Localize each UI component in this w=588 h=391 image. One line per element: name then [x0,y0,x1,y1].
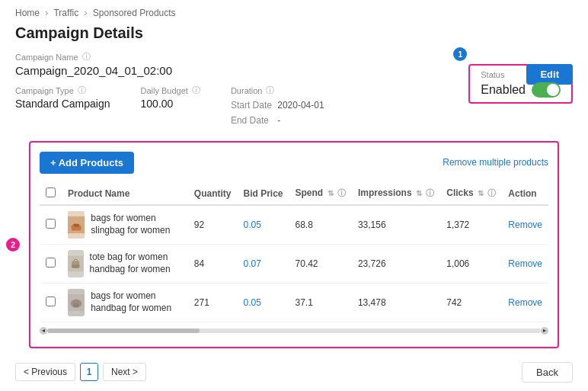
clicks-sort-icon[interactable]: ⇅ [478,189,484,197]
svg-rect-7 [73,303,78,306]
product-spend-2: 70.42 [289,244,352,283]
scroll-right-arrow[interactable]: ▸ [541,327,548,335]
remove-product-3[interactable]: Remove [508,297,542,308]
previous-button[interactable]: < Previous [15,363,75,381]
clicks-info-icon[interactable]: ⓘ [487,188,496,197]
product-spend-3: 37.1 [289,283,352,322]
current-page[interactable]: 1 [80,363,98,381]
status-value: Enabled [481,83,526,97]
spend-info-icon[interactable]: ⓘ [337,188,346,197]
daily-budget-info-icon[interactable]: ⓘ [192,85,200,96]
duration-dates: Start Date 2020-04-01 End Date - [231,98,324,129]
impressions-info-icon[interactable]: ⓘ [426,188,434,197]
col-header-product-name: Product Name [62,183,188,205]
row-checkbox-3[interactable] [46,296,56,306]
product-cell-3: bags for women handbag for women [68,289,182,316]
col-header-quantity: Quantity [188,183,238,205]
table-row: tote bag for women handbag for women 84 … [40,244,548,283]
duration-info-icon[interactable]: ⓘ [266,85,274,96]
product-name-3: bags for women handbag for women [91,290,182,314]
campaign-name-value: Campaign_2020_04_01_02:00 [15,64,324,77]
table-row: bags for women slingbag for women 92 0.0… [40,205,548,245]
product-name-1: bags for women slingbag for women [91,213,182,236]
product-name-2: tote bag for women handbag for women [90,252,182,275]
breadcrumb-home[interactable]: Home [15,8,40,18]
col-header-clicks: Clicks ⇅ ⓘ [440,183,502,205]
product-bid-1[interactable]: 0.05 [243,220,260,230]
product-quantity-2: 84 [188,244,238,283]
products-header: + Add Products Remove multiple products [40,152,548,174]
remove-product-2[interactable]: Remove [508,258,542,269]
product-quantity-3: 271 [188,283,238,322]
badge-2: 2 [6,238,20,252]
row-checkbox-2[interactable] [46,258,56,268]
col-header-action: Action [502,183,548,205]
edit-button[interactable]: Edit [526,64,573,85]
select-all-checkbox[interactable] [46,187,56,197]
remove-product-1[interactable]: Remove [508,220,542,230]
spend-sort-icon[interactable]: ⇅ [328,189,334,197]
product-impressions-2: 23,726 [352,244,440,283]
status-toggle[interactable] [532,82,561,98]
status-label: Status [481,70,504,79]
breadcrumb-sponsored[interactable]: Sponsored Products [93,8,176,18]
campaign-info: Campaign Name ⓘ Campaign_2020_04_01_02:0… [0,51,588,141]
col-header-bid-price: Bid Price [237,183,289,205]
breadcrumb: Home › Traffic › Sponsored Products [0,0,588,23]
scrollbar-track[interactable] [47,329,541,333]
col-header-impressions: Impressions ⇅ ⓘ [352,183,440,205]
scroll-left-arrow[interactable]: ◂ [40,327,47,335]
product-bid-3[interactable]: 0.05 [243,297,260,308]
product-cell-2: tote bag for women handbag for women [68,250,182,277]
table-row: bags for women handbag for women 271 0.0… [40,283,548,322]
campaign-type-value: Standard Campaign [15,98,110,110]
scrollbar-thumb[interactable] [47,329,200,333]
product-cell-1: bags for women slingbag for women [68,211,182,239]
product-clicks-3: 742 [440,283,502,322]
campaign-name-info-icon[interactable]: ⓘ [82,51,91,62]
products-section: + Add Products Remove multiple products … [29,141,559,348]
products-table: Product Name Quantity Bid Price Spend ⇅ … [40,183,548,322]
product-bid-2[interactable]: 0.07 [243,258,260,269]
next-button[interactable]: Next > [103,363,146,381]
impressions-sort-icon[interactable]: ⇅ [416,189,422,197]
product-image-2 [68,250,84,277]
pagination: < Previous 1 Next > Back [0,356,588,389]
product-image-1 [68,211,85,239]
row-checkbox-1[interactable] [46,219,56,229]
product-image-3 [68,289,85,316]
campaign-type-label: Campaign Type ⓘ [15,85,110,96]
daily-budget-value: 100.00 [141,98,200,110]
page-title: Campaign Details [0,23,588,51]
col-header-checkbox [40,183,62,205]
svg-rect-4 [72,264,79,268]
add-products-button[interactable]: + Add Products [40,152,134,174]
col-header-spend: Spend ⇅ ⓘ [289,183,352,205]
product-quantity-1: 92 [188,205,238,245]
horizontal-scrollbar[interactable]: ◂ ▸ [40,327,548,335]
back-button[interactable]: Back [522,362,573,383]
svg-rect-2 [73,224,78,227]
duration-label: Duration ⓘ [231,85,324,96]
campaign-name-label: Campaign Name ⓘ [15,51,573,62]
remove-multiple-link[interactable]: Remove multiple products [443,157,548,168]
campaign-type-info-icon[interactable]: ⓘ [78,85,86,96]
breadcrumb-traffic[interactable]: Traffic [53,8,78,18]
product-impressions-1: 33,156 [352,205,440,245]
page-navigation: < Previous 1 Next > [15,363,146,381]
daily-budget-label: Daily Budget ⓘ [141,85,200,96]
product-clicks-1: 1,372 [440,205,502,245]
product-spend-1: 68.8 [289,205,352,245]
product-clicks-2: 1,006 [440,244,502,283]
product-impressions-3: 13,478 [352,283,440,322]
